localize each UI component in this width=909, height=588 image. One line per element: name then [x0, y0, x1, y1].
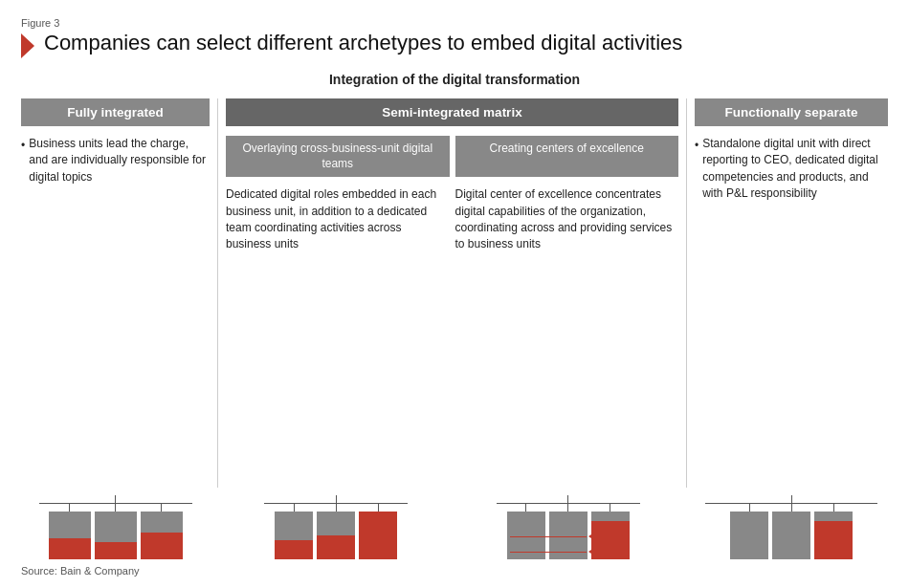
semi-body1: Dedicated digital roles embedded in each…	[226, 186, 450, 488]
bullet-dot-func: •	[695, 138, 698, 154]
semi-sub2-header: Creating centers of excellence	[455, 136, 679, 177]
diagram-area	[21, 495, 888, 559]
fully-integrated-header: Fully integrated	[21, 98, 210, 126]
red-triangle-icon	[21, 33, 34, 58]
bullet-dot: •	[21, 138, 25, 154]
functional-bullet: • Standalone digital unit with direct re…	[695, 136, 888, 203]
page: Figure 3 Companies can select different …	[0, 0, 909, 588]
semi-bodies: Dedicated digital roles embedded in each…	[226, 186, 678, 488]
fully-body-text: Business units lead the charge, and are …	[29, 136, 210, 185]
title-row: Companies can select different archetype…	[21, 31, 888, 58]
source-line: Source: Bain & Company	[21, 565, 888, 577]
col-fully-integrated: Fully integrated • Business units lead t…	[21, 98, 217, 488]
functionally-separate-header: Functionally separate	[695, 98, 888, 126]
col-functionally-separate: Functionally separate • Standalone digit…	[687, 98, 888, 488]
diag-fully	[21, 495, 217, 559]
fully-bullet: • Business units lead the charge, and ar…	[21, 136, 210, 185]
main-title: Companies can select different archetype…	[44, 31, 682, 55]
functionally-separate-body: • Standalone digital unit with direct re…	[695, 136, 888, 488]
columns-area: Fully integrated • Business units lead t…	[21, 98, 888, 488]
figure-label: Figure 3	[21, 17, 888, 29]
chart-subtitle: Integration of the digital transformatio…	[21, 72, 888, 87]
semi-body2-line1: Digital center of excellence concentrate…	[455, 187, 673, 250]
functional-body-text: Standalone digital unit with direct repo…	[702, 136, 888, 203]
col-semi-integrated: Semi-integrated matrix Overlaying cross-…	[217, 98, 687, 488]
diag-semi	[217, 495, 687, 559]
diag-func	[687, 495, 888, 559]
semi-sub1-header: Overlaying cross-business-unit digital t…	[226, 136, 450, 177]
semi-sub-headers: Overlaying cross-business-unit digital t…	[226, 136, 678, 177]
fully-integrated-body: • Business units lead the charge, and ar…	[21, 136, 210, 488]
semi-integrated-header: Semi-integrated matrix	[226, 98, 678, 126]
semi-body2: Digital center of excellence concentrate…	[455, 186, 679, 488]
